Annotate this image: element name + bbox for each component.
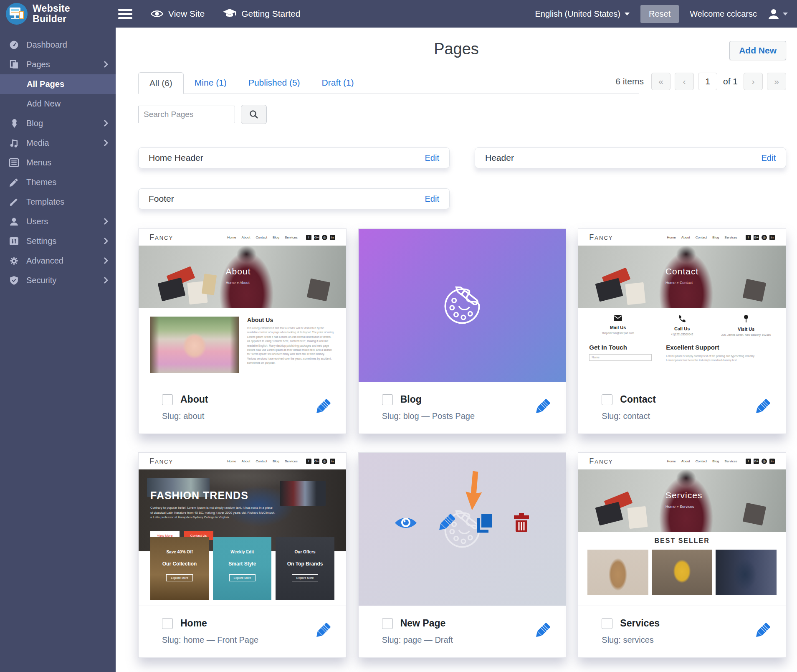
edit-pencil-icon[interactable] xyxy=(753,398,772,418)
select-checkbox[interactable] xyxy=(382,394,393,405)
tab-draft[interactable]: Draft (1) xyxy=(311,72,365,94)
mini-site-header: Fancy HomeAboutContactBlogServices fG+◎i… xyxy=(578,229,786,246)
hero-illustration: Contact Home » Contact xyxy=(578,246,786,308)
select-checkbox[interactable] xyxy=(162,618,173,629)
page-card-home: Fancy HomeAboutContactBlogServices fG+◎i… xyxy=(138,452,347,658)
page-card-new-page: New Page Slug: page — Draft xyxy=(358,452,567,658)
page-name: New Page xyxy=(400,618,446,629)
page-thumbnail-new-page[interactable] xyxy=(359,453,566,606)
hamburger-menu-icon[interactable] xyxy=(118,7,132,21)
page-slug: Slug: contact xyxy=(602,411,656,421)
chevron-right-icon xyxy=(103,218,108,225)
pagination-last-button[interactable]: » xyxy=(767,73,786,90)
page-name: Services xyxy=(620,618,660,629)
pagination-current-page[interactable]: 1 xyxy=(698,73,717,90)
sidebar-item-dashboard[interactable]: Dashboard xyxy=(0,35,116,55)
mini-site-header: Fancy HomeAboutContactBlogServices fG+◎i… xyxy=(139,229,346,246)
get-in-touch-section: Get In Touch Name Excellent Support Lore… xyxy=(578,338,786,382)
reset-button[interactable]: Reset xyxy=(640,5,679,23)
preview-eye-icon[interactable] xyxy=(394,515,417,530)
select-checkbox[interactable] xyxy=(162,394,173,405)
user-menu[interactable] xyxy=(768,8,788,20)
pagination-of-label: of 1 xyxy=(723,76,738,86)
page-thumbnail-about[interactable]: Fancy HomeAboutContactBlogServices fG+◎i… xyxy=(139,229,346,382)
delete-trash-icon[interactable] xyxy=(513,513,530,533)
edit-pencil-icon[interactable] xyxy=(753,621,772,642)
header-row: Header Edit xyxy=(475,147,786,168)
add-new-button[interactable]: Add New xyxy=(729,41,786,60)
user-icon xyxy=(768,8,779,20)
page-thumbnail-blog[interactable] xyxy=(359,229,566,382)
media-icon xyxy=(9,138,19,148)
app-logo[interactable]: WebsiteBuilder xyxy=(0,3,116,25)
search-input[interactable] xyxy=(138,106,235,123)
edit-pencil-icon[interactable] xyxy=(314,398,332,418)
sidebar-item-settings[interactable]: Settings xyxy=(0,231,116,251)
pagination-next-button[interactable]: › xyxy=(744,73,763,90)
pagination-prev-button[interactable]: ‹ xyxy=(675,73,694,90)
duplicate-icon[interactable] xyxy=(475,512,494,533)
sidebar-item-security[interactable]: Security xyxy=(0,271,116,290)
welcome-label: Welcome cclcarsc xyxy=(690,9,757,19)
edit-link[interactable]: Edit xyxy=(425,153,439,163)
chevron-right-icon xyxy=(103,61,108,68)
edit-pencil-icon[interactable] xyxy=(533,621,552,642)
page-thumbnail-services[interactable]: Fancy HomeAboutContactBlogServices fG+◎i… xyxy=(578,453,786,606)
chevron-down-icon xyxy=(783,13,788,15)
sidebar-item-all-pages[interactable]: All Pages xyxy=(0,74,116,94)
sidebar-item-media[interactable]: Media xyxy=(0,133,116,153)
tab-published[interactable]: Published (5) xyxy=(238,72,311,94)
select-checkbox[interactable] xyxy=(382,618,393,629)
social-icons: fG+◎in xyxy=(746,235,775,240)
sidebar-item-templates[interactable]: Templates xyxy=(0,192,116,212)
view-site-button[interactable]: View Site xyxy=(151,9,205,19)
home-header-row: Home Header Edit xyxy=(138,147,450,168)
page-name: Home xyxy=(180,618,207,629)
mini-site-header: Fancy HomeAboutContactBlogServices fG+◎i… xyxy=(139,453,346,469)
select-checkbox[interactable] xyxy=(602,394,612,405)
edit-link[interactable]: Edit xyxy=(762,153,776,163)
tab-all[interactable]: All (6) xyxy=(138,72,184,94)
best-seller-photo xyxy=(587,550,648,595)
hero-illustration: Services Home » Services xyxy=(578,469,786,532)
sidebar-item-advanced[interactable]: Advanced xyxy=(0,251,116,271)
language-selector[interactable]: English (United States) xyxy=(535,9,630,19)
search-button[interactable] xyxy=(241,105,267,124)
best-seller-photo xyxy=(652,550,713,595)
card-hover-actions xyxy=(394,512,530,533)
edit-link[interactable]: Edit xyxy=(425,194,439,204)
edit-pencil-icon[interactable] xyxy=(533,398,552,418)
sidebar-item-blog[interactable]: Blog xyxy=(0,114,116,133)
pagination: 6 items « ‹ 1 of 1 › » xyxy=(615,73,786,90)
sidebar-item-pages[interactable]: Pages xyxy=(0,55,116,74)
graduation-cap-icon xyxy=(223,9,236,19)
chevron-right-icon xyxy=(103,276,108,284)
contact-columns: Mail Us shapadteam@sitepad.com Call Us +… xyxy=(578,308,786,338)
best-seller-section: BEST SELLER xyxy=(578,532,786,606)
page-card-grid: Fancy HomeAboutContactBlogServices fG+◎i… xyxy=(138,228,786,658)
select-checkbox[interactable] xyxy=(602,618,612,629)
social-icons: fG+◎in xyxy=(306,235,335,240)
tab-mine[interactable]: Mine (1) xyxy=(184,72,238,94)
page-thumbnail-home[interactable]: Fancy HomeAboutContactBlogServices fG+◎i… xyxy=(139,453,346,606)
sidebar: Dashboard Pages All Pages Add New Blog M… xyxy=(0,28,116,672)
sidebar-item-themes[interactable]: Themes xyxy=(0,172,116,192)
sidebar-item-add-new[interactable]: Add New xyxy=(0,94,116,114)
page-card-contact: Fancy HomeAboutContactBlogServices fG+◎i… xyxy=(578,228,786,434)
chevron-right-icon xyxy=(103,119,108,127)
about-section: About Us It is a long established fact t… xyxy=(139,308,346,382)
edit-pencil-icon[interactable] xyxy=(436,512,457,533)
promo-tiles: Save 40% Off Our Collection Explore More… xyxy=(139,537,346,600)
sidebar-item-users[interactable]: Users xyxy=(0,212,116,231)
getting-started-button[interactable]: Getting Started xyxy=(223,9,300,19)
pagination-first-button[interactable]: « xyxy=(651,73,670,90)
user-icon xyxy=(9,217,19,226)
dashboard-icon xyxy=(9,40,19,50)
about-photo xyxy=(150,317,239,373)
page-card-blog: Blog Slug: blog — Posts Page xyxy=(358,228,567,434)
edit-pencil-icon[interactable] xyxy=(314,621,332,642)
top-bar: WebsiteBuilder View Site Getting Started… xyxy=(0,0,797,28)
sidebar-item-menus[interactable]: Menus xyxy=(0,153,116,172)
page-thumbnail-contact[interactable]: Fancy HomeAboutContactBlogServices fG+◎i… xyxy=(578,229,786,382)
palette-icon xyxy=(438,281,486,330)
